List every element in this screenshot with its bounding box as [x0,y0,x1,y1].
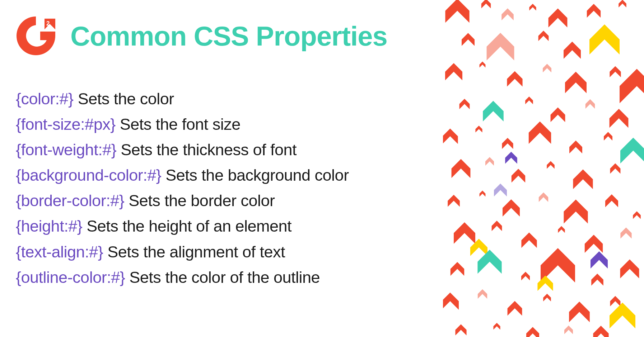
property-code: {font-weight:#} [16,141,116,159]
header: 2 Common CSS Properties [14,14,429,57]
property-description: Sets the thickness of font [121,141,297,159]
property-code: {height:#} [16,217,82,235]
property-item: {color:#} Sets the color [16,86,429,111]
svg-text:2: 2 [46,20,50,27]
g2-logo-icon: 2 [14,14,57,57]
page-title: Common CSS Properties [70,20,387,52]
property-item: {outline-color:#} Sets the color of the … [16,265,429,290]
property-item: {border-color:#} Sets the border color [16,188,429,213]
decorative-pattern [443,0,644,337]
property-code: {border-color:#} [16,191,124,210]
property-item: {background-color:#} Sets the background… [16,162,429,188]
property-item: {font-weight:#} Sets the thickness of fo… [16,137,429,162]
property-description: Sets the alignment of text [107,243,285,261]
content-area: 2 Common CSS Properties {color:#} Sets t… [0,0,443,337]
property-code: {color:#} [16,90,74,108]
property-description: Sets the height of an element [87,217,291,235]
property-description: Sets the color [78,90,174,108]
property-description: Sets the color of the outline [129,268,320,286]
property-description: Sets the background color [165,166,349,184]
property-code: {background-color:#} [16,166,161,184]
property-code: {font-size:#px} [16,115,116,133]
arrow-pattern-icon [443,0,644,337]
property-item: {text-align:#} Sets the alignment of tex… [16,239,429,265]
property-code: {outline-color:#} [16,268,125,286]
property-code: {text-align:#} [16,243,103,261]
property-description: Sets the border color [129,191,275,210]
property-description: Sets the font size [120,115,241,133]
property-item: {font-size:#px} Sets the font size [16,111,429,137]
property-item: {height:#} Sets the height of an element [16,213,429,239]
properties-list: {color:#} Sets the color {font-size:#px}… [14,86,429,290]
